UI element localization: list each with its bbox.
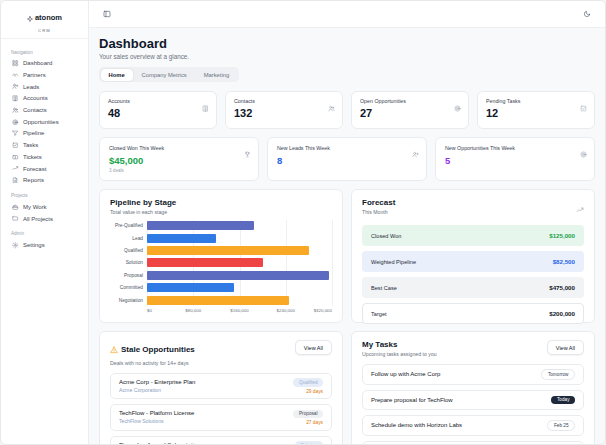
- week-card-closed-won-this-week[interactable]: Closed Won This Week$45,0003 deals: [99, 137, 259, 181]
- sidebar-item-settings[interactable]: Settings: [10, 239, 79, 251]
- chart-bar-row: [147, 281, 332, 293]
- sidebar-item-partners[interactable]: Partners: [10, 69, 79, 81]
- brand-logo[interactable]: atonom CRM: [1, 1, 88, 39]
- page-title: Dashboard: [99, 36, 595, 51]
- forecast-icon-slot: [576, 200, 584, 218]
- tasks-view-all-button[interactable]: View All: [547, 340, 584, 355]
- sidebar-section: AdminSettings: [10, 231, 79, 251]
- sidebar-item-label: Pipeline: [23, 130, 44, 136]
- stage-badge: Solution: [295, 441, 323, 445]
- sidebar-item-label: My Work: [23, 204, 47, 210]
- building-icon: [12, 95, 19, 102]
- chart-subtitle: Total value in each stage: [110, 209, 332, 215]
- stale-subtitle: Deals with no activity for 14+ days: [110, 360, 195, 366]
- stat-card-open-opportunities[interactable]: Open Opportunities27: [351, 91, 469, 129]
- sidebar-item-label: Dashboard: [23, 60, 52, 66]
- chart-bar-negotiation: [147, 296, 289, 305]
- trending-up-icon: [12, 165, 19, 172]
- middle-panels: Pipeline by Stage Total value in each st…: [99, 189, 595, 323]
- chart-bar-qualified: [147, 246, 309, 255]
- opportunity-company: Acme Corporation: [119, 387, 195, 393]
- brand-logo-slot: [27, 8, 33, 26]
- chart-bar-row: [147, 269, 332, 281]
- chart-bar-row: [147, 232, 332, 244]
- stale-item[interactable]: Acme Corp - Enterprise PlanAcme Corporat…: [110, 373, 332, 400]
- main-content: Dashboard Your sales overview at a glanc…: [89, 28, 605, 445]
- task-item[interactable]: Follow up with Acme CorpTomorrow: [362, 364, 584, 386]
- file-text-icon: [12, 177, 19, 184]
- week-card-icon-slot: [244, 144, 251, 162]
- user-plus-icon: [412, 151, 419, 158]
- opportunity-company: TechFlow Solutions: [119, 418, 194, 424]
- task-title: Follow up with Acme Corp: [371, 371, 440, 377]
- task-due-badge: Feb 25: [547, 420, 575, 431]
- trending-up-icon: [576, 206, 584, 214]
- user-plus-icon: [12, 83, 19, 90]
- forecast-row-label: Weighted Pipeline: [371, 259, 416, 265]
- tasks-subtitle: Upcoming tasks assigned to you: [362, 351, 437, 357]
- stale-view-all-button[interactable]: View All: [295, 340, 332, 355]
- week-card-icon-slot: [580, 144, 587, 162]
- briefcase-icon: [12, 204, 19, 211]
- forecast-row-weighted-pipeline: Weighted Pipeline$82,500: [362, 251, 584, 272]
- task-item[interactable]: Prepare proposal for TechFlowToday: [362, 390, 584, 410]
- sidebar-item-all-projects[interactable]: All Projects: [10, 213, 79, 225]
- sidebar-item-tasks[interactable]: Tasks: [10, 139, 79, 151]
- stale-item[interactable]: TechFlow - Platform LicenseTechFlow Solu…: [110, 404, 332, 431]
- week-card-label: New Opportunities This Week: [445, 145, 585, 151]
- tab-home[interactable]: Home: [101, 69, 133, 81]
- sidebar-item-opportunities[interactable]: Opportunities: [10, 116, 79, 128]
- sidebar-item-reports[interactable]: Reports: [10, 174, 79, 186]
- tab-company-metrics[interactable]: Company Metrics: [134, 69, 195, 81]
- forecast-row-value: $200,000: [549, 310, 575, 317]
- task-title: Schedule demo with Horizon Labs: [371, 422, 462, 428]
- theme-toggle-button[interactable]: [580, 7, 594, 21]
- handshake-icon: [12, 72, 19, 79]
- sidebar-item-leads[interactable]: Leads: [10, 81, 79, 93]
- sidebar-toggle-button[interactable]: [100, 7, 114, 21]
- sidebar-item-my-work[interactable]: My Work: [10, 201, 79, 213]
- stat-value: 132: [234, 107, 334, 119]
- sidebar-section: NavigationDashboardPartnersLeadsAccounts…: [10, 50, 79, 187]
- chart-x-tick: $160,000: [230, 308, 248, 313]
- forecast-row-target: Target$200,000: [362, 303, 584, 324]
- users-icon: [328, 105, 335, 112]
- task-item[interactable]: Review contract terms - PinnacleFeb 27: [362, 441, 584, 445]
- sidebar-item-contacts[interactable]: Contacts: [10, 104, 79, 116]
- chart-x-axis: $0$80,000$160,000$240,000$320,000: [147, 307, 332, 315]
- tab-marketing[interactable]: Marketing: [196, 69, 237, 81]
- sidebar-item-tickets[interactable]: Tickets: [10, 151, 79, 163]
- chart-x-tick: $320,000: [314, 308, 332, 313]
- stat-card-contacts[interactable]: Contacts132: [225, 91, 343, 129]
- topbar: [89, 1, 605, 28]
- stat-card-accounts[interactable]: Accounts48: [99, 91, 217, 129]
- brand-suffix: CRM: [38, 28, 51, 33]
- stat-label: Contacts: [234, 98, 334, 104]
- chart-gridline: [332, 220, 333, 307]
- task-due-badge: Today: [551, 396, 575, 405]
- week-card-new-leads-this-week[interactable]: New Leads This Week8: [267, 137, 427, 181]
- forecast-row-label: Best Case: [371, 285, 397, 291]
- ticket-icon: [12, 154, 19, 161]
- sidebar-section-label: Projects: [11, 193, 79, 198]
- opportunity-name: TechFlow - Platform License: [119, 410, 194, 416]
- gear-icon: [12, 242, 19, 249]
- sidebar-item-dashboard[interactable]: Dashboard: [10, 58, 79, 70]
- stale-item[interactable]: Pinnacle - Annual SubscriptionPinnacle I…: [110, 436, 332, 445]
- tasks-title: My Tasks: [362, 340, 437, 349]
- week-card-new-opportunities-this-week[interactable]: New Opportunities This Week5: [435, 137, 595, 181]
- sidebar-item-label: All Projects: [23, 216, 53, 222]
- sidebar-item-forecast[interactable]: Forecast: [10, 163, 79, 175]
- check-square-icon: [580, 105, 587, 112]
- chart-category-label: Qualified: [110, 244, 147, 256]
- task-item[interactable]: Schedule demo with Horizon LabsFeb 25: [362, 415, 584, 437]
- sidebar-item-accounts[interactable]: Accounts: [10, 93, 79, 105]
- stat-card-pending-tasks[interactable]: Pending Tasks12: [477, 91, 595, 129]
- sidebar-item-pipeline[interactable]: Pipeline: [10, 128, 79, 140]
- sidebar-item-label: Contacts: [23, 107, 47, 113]
- chart-bar-lead: [147, 234, 216, 243]
- stat-value: 12: [486, 107, 586, 119]
- target-icon: [12, 119, 19, 126]
- forecast-title: Forecast: [362, 198, 395, 207]
- forecast-row-label: Closed Won: [371, 233, 401, 239]
